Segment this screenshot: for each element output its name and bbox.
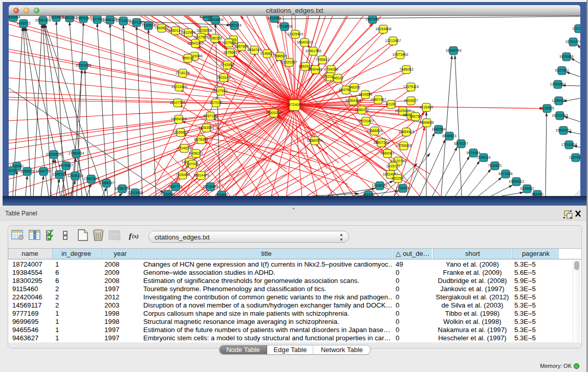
svg-text:12213967: 12213967	[385, 39, 401, 42]
svg-text:7357224: 7357224	[227, 24, 241, 27]
svg-text:18226058: 18226058	[196, 29, 212, 32]
svg-text:19654923: 19654923	[398, 130, 414, 134]
svg-text:16782759: 16782759	[114, 187, 130, 190]
svg-text:217006: 217006	[210, 101, 222, 104]
svg-text:9329966: 9329966	[559, 55, 573, 58]
svg-text:10973493: 10973493	[392, 53, 408, 56]
svg-text:8427552: 8427552	[213, 89, 227, 93]
svg-text:18220357: 18220357	[281, 60, 297, 64]
svg-text:2803144: 2803144	[216, 76, 230, 79]
svg-text:16107552: 16107552	[169, 101, 185, 104]
svg-text:982450: 982450	[362, 193, 374, 196]
svg-text:15692971: 15692971	[555, 128, 571, 132]
svg-text:989012: 989012	[182, 56, 193, 60]
svg-text:3624554: 3624554	[358, 93, 372, 96]
svg-text:1833904: 1833904	[9, 16, 20, 19]
svg-text:9699695: 9699695	[420, 121, 433, 124]
svg-text:16210643: 16210643	[552, 114, 568, 117]
svg-text:62160: 62160	[386, 102, 396, 106]
svg-text:6879197: 6879197	[454, 142, 468, 145]
svg-text:16914479: 16914479	[193, 173, 209, 177]
svg-text:20691406: 20691406	[35, 18, 51, 22]
svg-text:9245652: 9245652	[520, 187, 534, 190]
svg-text:12093867: 12093867	[550, 82, 565, 86]
svg-text:1405572: 1405572	[16, 21, 30, 25]
svg-text:7485063: 7485063	[399, 68, 413, 71]
svg-text:924505: 924505	[215, 193, 227, 196]
svg-text:15751074: 15751074	[565, 40, 580, 43]
svg-text:17957225: 17957225	[83, 177, 99, 181]
svg-text:8813054: 8813054	[267, 16, 281, 20]
svg-text:18807249: 18807249	[373, 141, 389, 144]
svg-text:11325419: 11325419	[288, 32, 303, 36]
svg-text:12505135: 12505135	[67, 174, 83, 178]
svg-text:6794028: 6794028	[324, 68, 338, 71]
svg-text:1167533: 1167533	[569, 156, 580, 159]
svg-text:645756: 645756	[409, 115, 421, 118]
svg-text:2687682: 2687682	[365, 17, 379, 21]
svg-text:11923448: 11923448	[127, 191, 143, 194]
svg-text:11353594: 11353594	[199, 126, 214, 129]
svg-text:1615112: 1615112	[386, 164, 400, 168]
svg-text:16648784: 16648784	[445, 49, 461, 52]
svg-text:8186328: 8186328	[208, 36, 222, 40]
svg-text:9657771: 9657771	[168, 185, 182, 188]
svg-text:17016504: 17016504	[561, 143, 577, 146]
svg-text:7663822: 7663822	[155, 26, 168, 30]
svg-text:15720407: 15720407	[358, 119, 374, 123]
svg-text:18640910: 18640910	[296, 40, 312, 44]
svg-text:1244415: 1244415	[552, 99, 565, 102]
svg-text:7515524: 7515524	[141, 24, 155, 27]
svg-text:(x): (x)	[132, 233, 139, 239]
svg-text:19218506: 19218506	[276, 25, 292, 28]
svg-text:2935114: 2935114	[477, 156, 491, 159]
svg-text:1588520: 1588520	[273, 54, 287, 58]
svg-text:17359924: 17359924	[68, 151, 84, 155]
svg-text:20053546: 20053546	[75, 63, 91, 67]
svg-text:252254: 252254	[391, 177, 403, 180]
svg-text:25300293: 25300293	[266, 111, 281, 115]
svg-text:19384554: 19384554	[307, 139, 322, 142]
svg-text:7625402: 7625402	[176, 173, 189, 177]
svg-text:1345194: 1345194	[52, 172, 66, 176]
svg-text:15716485: 15716485	[202, 185, 218, 188]
svg-text:8990448: 8990448	[308, 68, 322, 71]
svg-text:19166827: 19166827	[172, 130, 188, 134]
svg-text:8912954: 8912954	[181, 31, 195, 34]
svg-text:982450: 982450	[531, 192, 543, 196]
svg-text:9884067: 9884067	[380, 151, 394, 155]
svg-text:9115460: 9115460	[420, 105, 433, 109]
svg-text:1117204: 1117204	[572, 27, 580, 30]
svg-text:939154: 939154	[9, 169, 17, 172]
svg-text:9327505: 9327505	[194, 35, 208, 39]
svg-text:7386372: 7386372	[355, 108, 368, 112]
svg-text:8960124: 8960124	[168, 29, 182, 32]
svg-text:19756928: 19756928	[396, 144, 411, 147]
svg-text:10653287: 10653287	[75, 16, 91, 20]
svg-text:16033809: 16033809	[207, 18, 223, 21]
svg-text:10958187: 10958187	[98, 181, 114, 185]
svg-text:9227342: 9227342	[555, 69, 569, 72]
svg-text:10688609: 10688609	[366, 129, 382, 133]
svg-text:7955812: 7955812	[315, 58, 329, 61]
svg-text:10961758: 10961758	[305, 49, 321, 53]
svg-text:545117: 545117	[332, 76, 344, 80]
svg-text:8938923: 8938923	[442, 134, 456, 138]
svg-text:4704678: 4704678	[177, 146, 191, 150]
svg-text:14136141: 14136141	[372, 184, 387, 187]
svg-text:20364436: 20364436	[345, 99, 361, 102]
svg-text:1156829: 1156829	[20, 169, 34, 173]
svg-text:746206: 746206	[348, 85, 360, 89]
svg-text:2718176: 2718176	[176, 71, 189, 75]
svg-text:2867608: 2867608	[234, 45, 248, 48]
svg-text:8267130: 8267130	[203, 114, 217, 118]
svg-text:8454749: 8454749	[247, 48, 261, 52]
svg-text:137008: 137008	[186, 162, 198, 166]
svg-text:10807487: 10807487	[370, 98, 386, 101]
svg-text:7632621: 7632621	[488, 164, 502, 167]
svg-text:10543382: 10543382	[187, 41, 203, 45]
svg-text:1733426: 1733426	[396, 186, 409, 190]
svg-text:8215955: 8215955	[540, 106, 554, 110]
svg-text:9327508: 9327508	[222, 41, 235, 45]
svg-text:8678352: 8678352	[194, 138, 208, 141]
